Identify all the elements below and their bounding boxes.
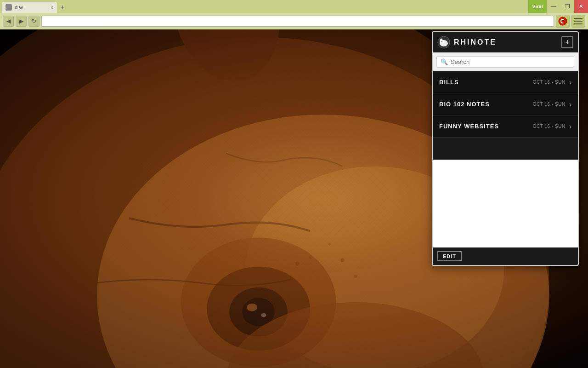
browser-chrome: d-w × + Viral — ❐ ✕ ◀ ▶ ↻ [0,0,588,29]
note-date-bio: OCT 16 - SUN [533,102,565,107]
address-input[interactable] [41,16,554,27]
panel-logo: RHINOTE [437,36,497,49]
search-container: 🔍 [433,52,578,71]
menu-icon [574,18,582,24]
new-tab-button[interactable]: + [57,2,68,13]
svg-point-21 [283,275,286,278]
back-button[interactable]: ◀ [3,16,14,27]
svg-point-22 [328,243,331,246]
svg-rect-3 [574,23,582,24]
menu-button[interactable] [571,15,585,28]
tab-label: d-w [15,5,23,10]
note-date-bills: OCT 16 - SUN [533,80,565,85]
tab-bar: d-w × + Viral — ❐ ✕ [0,0,588,13]
note-item-bio[interactable]: BIO 102 NOTES OCT 16 - SUN › [433,93,578,115]
tab-favicon [6,4,12,11]
window-label: Viral [528,0,547,13]
svg-point-31 [441,41,442,42]
edit-button[interactable]: EDIT [437,251,462,261]
svg-rect-2 [574,21,582,22]
chevron-icon-funny: › [569,122,571,131]
forward-button[interactable]: ▶ [16,16,27,27]
window-controls: Viral — ❐ ✕ [528,0,588,13]
panel-footer: EDIT [433,247,578,265]
search-input[interactable] [451,58,570,65]
extension-icon [558,17,567,26]
refresh-button[interactable]: ↻ [28,16,40,27]
chevron-icon-bio: › [569,100,571,109]
svg-point-23 [340,258,344,262]
note-item-bills[interactable]: BILLS OCT 16 - SUN › [433,71,578,93]
svg-point-20 [309,256,311,259]
rhinote-panel: RHINOTE + 🔍 BILLS OCT 16 - SUN › BIO 102… [432,31,579,266]
close-button[interactable]: ✕ [574,0,588,13]
add-note-button[interactable]: + [561,36,573,48]
chevron-icon-bills: › [569,78,571,86]
notes-content-area [433,160,578,248]
svg-rect-1 [574,18,582,19]
refresh-icon-button[interactable] [556,15,570,28]
note-title-funny: FUNNY WEBSITES [439,123,499,130]
svg-point-25 [354,275,357,278]
note-title-bio: BIO 102 NOTES [439,101,490,108]
tab-close-button[interactable]: × [51,5,53,10]
main-content: RHINOTE + 🔍 BILLS OCT 16 - SUN › BIO 102… [0,29,588,368]
svg-point-0 [559,17,567,25]
svg-point-17 [261,313,266,317]
note-date-funny: OCT 16 - SUN [533,124,565,129]
panel-title: RHINOTE [454,38,497,46]
notes-list: BILLS OCT 16 - SUN › BIO 102 NOTES OCT 1… [433,71,578,160]
browser-tab[interactable]: d-w × [2,2,57,13]
note-item-funny[interactable]: FUNNY WEBSITES OCT 16 - SUN › [433,115,578,138]
address-bar-row: ◀ ▶ ↻ [0,13,588,29]
search-icon: 🔍 [441,58,448,65]
search-input-wrap: 🔍 [436,56,574,68]
svg-point-19 [295,261,299,265]
minimize-button[interactable]: — [547,0,560,13]
maximize-button[interactable]: ❐ [560,0,574,13]
panel-header: RHINOTE + [433,32,578,52]
svg-point-16 [247,304,257,311]
rhinote-logo-icon [437,36,450,49]
svg-point-24 [302,288,305,291]
note-title-bills: BILLS [439,79,459,86]
